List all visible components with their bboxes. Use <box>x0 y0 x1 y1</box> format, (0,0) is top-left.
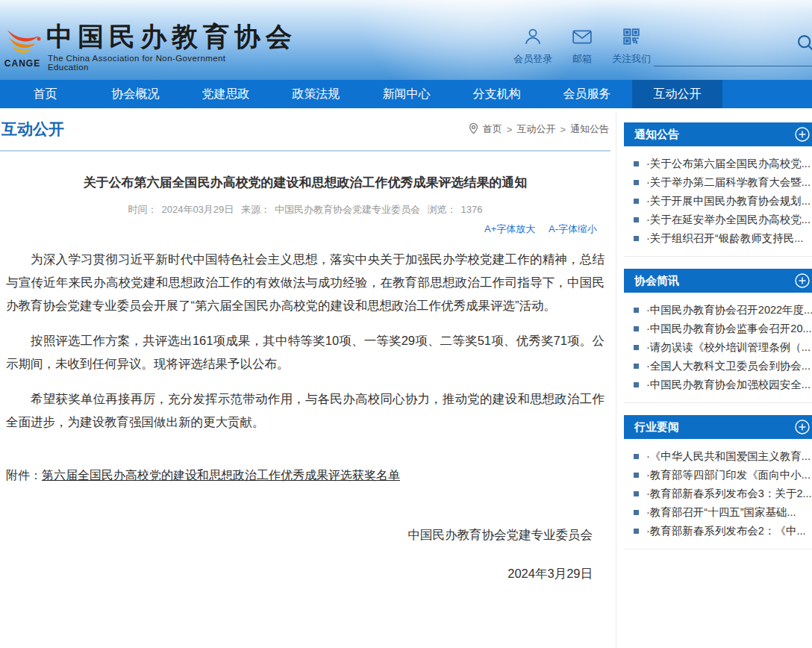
plus-circle-icon[interactable] <box>794 126 811 143</box>
list-item[interactable]: ·教育部新春系列发布会2：《中... <box>624 522 812 540</box>
header-quick-links: 会员登录 邮箱 <box>513 27 651 66</box>
list-item[interactable]: ·关于开展中国民办教育协会规划... <box>624 192 812 211</box>
list-item[interactable]: ·教育部新春系列发布会3：关于2... <box>624 485 812 503</box>
panel-notices-header: 通知公告 <box>624 122 812 146</box>
attachment-link[interactable]: 第六届全国民办高校党的建设和思想政治工作优秀成果评选获奖名单 <box>42 469 400 482</box>
breadcrumb-separator: > <box>507 124 513 135</box>
article-paragraph: 希望获奖单位再接再厉，充分发挥示范带动作用，与各民办高校同心协力，推动党的建设和… <box>6 387 605 434</box>
panel-association-news-list: ·中国民办教育协会召开2022年度... ·中国民办教育协会监事会召开20...… <box>624 293 812 403</box>
list-item-label: ·关于在延安举办全国民办高校党... <box>646 214 811 225</box>
member-login-link[interactable]: 会员登录 <box>513 27 552 66</box>
bullet-icon <box>634 510 639 515</box>
panel-industry-news-list: ·《中华人民共和国爱国主义教育... ·教育部等四部门印发《面向中小... ·教… <box>624 439 812 549</box>
bullet-icon <box>634 529 639 534</box>
content-divider <box>616 112 616 648</box>
list-item-label: ·关于公布第六届全国民办高校党... <box>646 158 811 169</box>
list-item[interactable]: ·《中华人民共和国爱国主义教育... <box>624 447 812 466</box>
page-title: 互动公开 <box>1 119 64 140</box>
panel-title: 协会简讯 <box>634 274 679 288</box>
meta-source-value: 中国民办教育协会党建专业委员会 <box>275 204 420 215</box>
bullet-icon <box>634 236 639 241</box>
nav-item-interaction[interactable]: 互动公开 <box>632 80 722 108</box>
article-meta: 时间：2024年03月29日 来源：中国民办教育协会党建专业委员会 浏览：137… <box>6 203 605 216</box>
breadcrumb: 首页 > 互动公开 > 通知公告 <box>469 122 609 137</box>
nav-item-home[interactable]: 首页 <box>0 80 90 108</box>
list-item-label: ·关于举办第二届科学教育大会暨... <box>646 176 811 188</box>
list-item-label: ·《中华人民共和国爱国主义教育... <box>646 450 811 462</box>
list-item[interactable]: ·关于组织召开“银龄教师支持民... <box>624 229 812 248</box>
nav-item-about[interactable]: 协会概况 <box>90 80 181 108</box>
meta-time-label: 时间： <box>128 204 157 215</box>
main-column: 互动公开 首页 > 互动公开 > 通知公告 关于公布第六届全国民办高校党的建设和… <box>0 108 610 582</box>
list-item-label: ·关于开展中国民办教育协会规划... <box>646 195 811 207</box>
attachment-row: 附件：第六届全国民办高校党的建设和思想政治工作优秀成果评选获奖名单 <box>6 468 605 484</box>
breadcrumb-level2[interactable]: 通知公告 <box>570 122 609 136</box>
search-input[interactable] <box>654 66 812 66</box>
list-item-label: ·教育部召开“十四五”国家基础... <box>646 506 796 518</box>
list-item[interactable]: ·关于公布第六届全国民办高校党... <box>624 155 812 173</box>
breadcrumb-home[interactable]: 首页 <box>483 122 502 136</box>
qrcode-icon <box>622 27 641 49</box>
follow-us-link[interactable]: 关注我们 <box>612 27 651 66</box>
site-logo[interactable]: CANGE 中国民办教育协会 The China Association for… <box>3 16 257 75</box>
page: CANGE 中国民办教育协会 The China Association for… <box>0 0 812 648</box>
panel-notices-list: ·关于公布第六届全国民办高校党... ·关于举办第二届科学教育大会暨... ·关… <box>624 146 812 257</box>
article-date: 2024年3月29日 <box>6 566 605 582</box>
article-signature: 中国民办教育协会党建专业委员会 <box>6 527 605 543</box>
sidebar: 通知公告 ·关于公布第六届全国民办高校党... ·关于举办第二届科学教育大会暨.… <box>624 122 812 561</box>
panel-notices: 通知公告 ·关于公布第六届全国民办高校党... ·关于举办第二届科学教育大会暨.… <box>624 122 812 257</box>
meta-source-label: 来源： <box>241 204 270 215</box>
main-nav: 首页 协会概况 党建思政 政策法规 新闻中心 分支机构 会员服务 互动公开 <box>0 80 812 108</box>
page-head: 互动公开 首页 > 互动公开 > 通知公告 <box>0 108 610 152</box>
nav-item-party-building[interactable]: 党建思政 <box>181 80 271 108</box>
panel-association-news-header: 协会简讯 <box>624 269 812 293</box>
site-banner: CANGE 中国民办教育协会 The China Association for… <box>0 0 812 80</box>
location-pin-icon <box>469 122 478 137</box>
font-decrease-button[interactable]: A-字体缩小 <box>549 223 597 234</box>
bullet-icon <box>634 199 639 204</box>
plus-circle-icon[interactable] <box>794 272 811 289</box>
nav-item-branches[interactable]: 分支机构 <box>452 80 542 108</box>
list-item-label: ·请勿误读《校外培训管理条例（... <box>646 341 811 353</box>
list-item[interactable]: ·中国民办教育协会监事会召开20... <box>624 320 812 338</box>
list-item-label: ·中国民办教育协会加强校园安全... <box>646 378 811 390</box>
nav-item-policies[interactable]: 政策法规 <box>271 80 361 108</box>
bullet-icon <box>634 345 639 350</box>
panel-industry-news-header: 行业要闻 <box>624 415 812 439</box>
logo-title-en: The China Association for Non-Government… <box>48 54 257 72</box>
bullet-icon <box>634 326 639 331</box>
meta-views-value: 1376 <box>461 204 483 215</box>
panel-association-news: 协会简讯 ·中国民办教育协会召开2022年度... ·中国民办教育协会监事会召开… <box>624 269 812 403</box>
bullet-icon <box>634 217 639 222</box>
list-item-label: ·关于组织召开“银龄教师支持民... <box>646 232 803 244</box>
list-item[interactable]: ·关于举办第二届科学教育大会暨... <box>624 173 812 192</box>
list-item[interactable]: ·中国民办教育协会加强校园安全... <box>624 376 812 394</box>
nav-item-news[interactable]: 新闻中心 <box>361 80 452 108</box>
logo-swoosh-icon <box>6 25 42 61</box>
mailbox-label: 邮箱 <box>572 52 592 66</box>
list-item[interactable]: ·教育部等四部门印发《面向中小... <box>624 466 812 485</box>
list-item[interactable]: ·请勿误读《校外培训管理条例（... <box>624 338 812 357</box>
bullet-icon <box>634 382 639 387</box>
user-icon <box>523 27 543 49</box>
list-item[interactable]: ·关于在延安举办全国民办高校党... <box>624 211 812 229</box>
search-icon[interactable] <box>796 33 812 54</box>
bullet-icon <box>634 180 639 185</box>
attachment-label: 附件： <box>6 469 42 482</box>
bullet-icon <box>634 454 639 459</box>
mailbox-link[interactable]: 邮箱 <box>572 27 593 66</box>
bullet-icon <box>634 364 639 369</box>
font-increase-button[interactable]: A+字体放大 <box>484 223 535 234</box>
article-paragraph: 为深入学习贯彻习近平新时代中国特色社会主义思想，落实中央关于加强民办学校党建工作… <box>6 248 605 317</box>
plus-circle-icon[interactable] <box>794 419 811 435</box>
list-item-label: ·中国民办教育协会监事会召开20... <box>646 323 812 334</box>
list-item[interactable]: ·全国人大教科文卫委员会到协会... <box>624 357 812 376</box>
breadcrumb-level1[interactable]: 互动公开 <box>516 122 555 136</box>
list-item[interactable]: ·教育部召开“十四五”国家基础... <box>624 503 812 522</box>
panel-industry-news: 行业要闻 ·《中华人民共和国爱国主义教育... ·教育部等四部门印发《面向中小.… <box>624 415 812 549</box>
bullet-icon <box>634 491 639 496</box>
meta-time-value: 2024年03月29日 <box>161 204 234 215</box>
list-item[interactable]: ·中国民办教育协会召开2022年度... <box>624 301 812 320</box>
nav-item-member-services[interactable]: 会员服务 <box>542 80 632 108</box>
article-title: 关于公布第六届全国民办高校党的建设和思想政治工作优秀成果评选结果的通知 <box>6 174 605 191</box>
